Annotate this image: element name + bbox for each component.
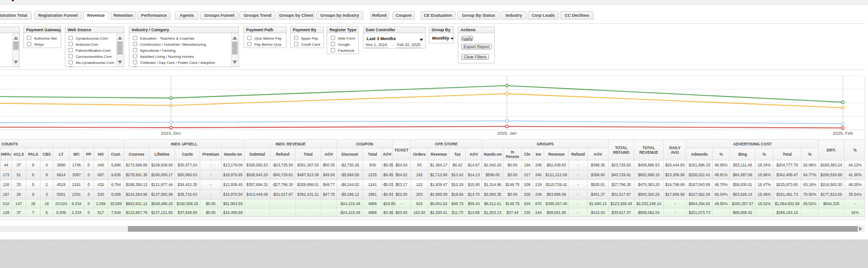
svg-text:2025, Jan: 2025, Jan (497, 131, 517, 136)
svg-text:2025, Feb: 2025, Feb (833, 131, 853, 136)
svg-text:2024, Dec: 2024, Dec (161, 131, 182, 136)
